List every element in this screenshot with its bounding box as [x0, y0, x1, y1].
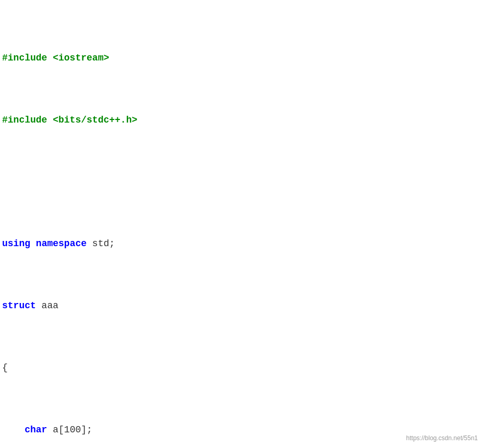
kw-namespace: namespace — [36, 238, 87, 249]
code-line-6: { — [2, 360, 480, 376]
kw-using: using — [2, 238, 30, 249]
code-line-4: using namespace std; — [2, 236, 480, 252]
code-editor: #include <iostream> #include <bits/stdc+… — [2, 4, 480, 448]
code-line-1: #include <iostream> — [2, 51, 480, 66]
code-line-3 — [2, 175, 480, 190]
watermark: https://blog.csdn.net/55n1 — [406, 433, 478, 444]
code-line-5: struct aaa — [2, 298, 480, 314]
include-iostream: #include <iostream> — [2, 53, 109, 63]
kw-char: char — [25, 425, 47, 435]
kw-struct: struct — [2, 300, 36, 311]
include-bits: #include <bits/stdc++.h> — [2, 115, 137, 125]
code-line-2: #include <bits/stdc++.h> — [2, 113, 480, 128]
